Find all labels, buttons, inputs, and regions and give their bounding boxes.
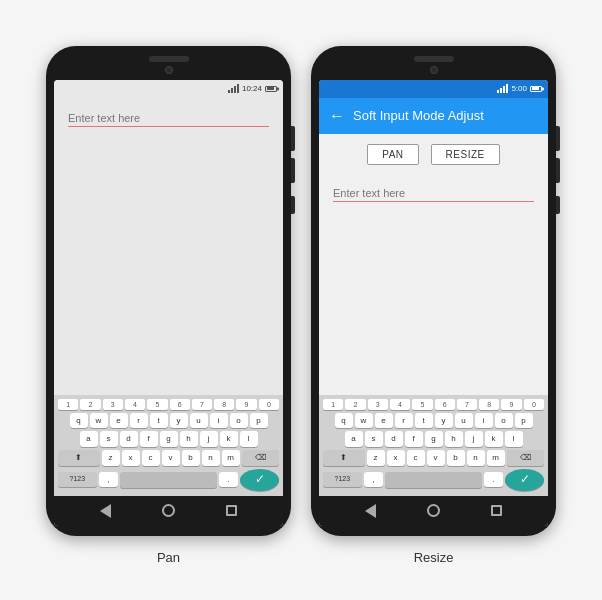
key-1[interactable]: 1 [58,399,78,410]
key-6[interactable]: 6 [170,399,190,410]
key-3[interactable]: 3 [103,399,123,410]
r-shift-key[interactable]: ⬆ [323,450,365,466]
shift-key[interactable]: ⬆ [58,450,100,466]
r-key-t[interactable]: t [415,413,433,429]
r-key-a[interactable]: a [345,431,363,447]
dot-key[interactable]: . [219,472,238,488]
r-key-2[interactable]: 2 [345,399,365,410]
key-l[interactable]: l [240,431,258,447]
r-key-5[interactable]: 5 [412,399,432,410]
key-f[interactable]: f [140,431,158,447]
r-key-3[interactable]: 3 [368,399,388,410]
back-nav-icon[interactable] [100,504,111,518]
r-key-0[interactable]: 0 [524,399,544,410]
key-m[interactable]: m [222,450,240,466]
r-enter-key[interactable]: ✓ [505,469,544,491]
key-y[interactable]: y [170,413,188,429]
r-key-9[interactable]: 9 [501,399,521,410]
r-key-r[interactable]: r [395,413,413,429]
r-key-p[interactable]: p [515,413,533,429]
r-key-m[interactable]: m [487,450,505,466]
key-x[interactable]: x [122,450,140,466]
key-9[interactable]: 9 [236,399,256,410]
r-key-x[interactable]: x [387,450,405,466]
recent-nav-icon[interactable] [226,505,237,516]
key-h[interactable]: h [180,431,198,447]
resize-power-button[interactable] [556,196,560,214]
pan-mode-button[interactable]: PAN [367,144,418,165]
key-w[interactable]: w [90,413,108,429]
vol-down-button[interactable] [291,158,295,183]
resize-home-nav-icon[interactable] [427,504,440,517]
r-key-n[interactable]: n [467,450,485,466]
r-key-g[interactable]: g [425,431,443,447]
num-key[interactable]: ?123 [58,472,97,486]
r-key-6[interactable]: 6 [435,399,455,410]
r-key-o[interactable]: o [495,413,513,429]
r-key-k[interactable]: k [485,431,503,447]
r-key-8[interactable]: 8 [479,399,499,410]
resize-text-input[interactable] [333,185,534,202]
r-key-q[interactable]: q [335,413,353,429]
r-key-7[interactable]: 7 [457,399,477,410]
key-p[interactable]: p [250,413,268,429]
key-r[interactable]: r [130,413,148,429]
r-key-u[interactable]: u [455,413,473,429]
power-button[interactable] [291,196,295,214]
r-key-b[interactable]: b [447,450,465,466]
key-5[interactable]: 5 [147,399,167,410]
space-key[interactable] [120,472,217,488]
key-v[interactable]: v [162,450,180,466]
key-d[interactable]: d [120,431,138,447]
vol-up-button[interactable] [291,126,295,151]
back-arrow-icon[interactable]: ← [329,108,345,124]
r-key-i[interactable]: i [475,413,493,429]
r-key-s[interactable]: s [365,431,383,447]
r-key-y[interactable]: y [435,413,453,429]
key-2[interactable]: 2 [80,399,100,410]
key-n[interactable]: n [202,450,220,466]
r-key-c[interactable]: c [407,450,425,466]
r-key-f[interactable]: f [405,431,423,447]
r-key-j[interactable]: j [465,431,483,447]
key-u[interactable]: u [190,413,208,429]
home-nav-icon[interactable] [162,504,175,517]
r-comma-key[interactable]: , [364,472,383,488]
key-a[interactable]: a [80,431,98,447]
comma-key[interactable]: , [99,472,118,488]
key-8[interactable]: 8 [214,399,234,410]
resize-back-nav-icon[interactable] [365,504,376,518]
r-key-z[interactable]: z [367,450,385,466]
r-space-key[interactable] [385,472,482,488]
key-4[interactable]: 4 [125,399,145,410]
key-7[interactable]: 7 [192,399,212,410]
key-s[interactable]: s [100,431,118,447]
r-key-v[interactable]: v [427,450,445,466]
r-key-1[interactable]: 1 [323,399,343,410]
key-i[interactable]: i [210,413,228,429]
key-j[interactable]: j [200,431,218,447]
r-key-l[interactable]: l [505,431,523,447]
key-t[interactable]: t [150,413,168,429]
key-o[interactable]: o [230,413,248,429]
resize-vol-up-button[interactable] [556,126,560,151]
r-dot-key[interactable]: . [484,472,503,488]
key-c[interactable]: c [142,450,160,466]
r-key-d[interactable]: d [385,431,403,447]
key-z[interactable]: z [102,450,120,466]
resize-recent-nav-icon[interactable] [491,505,502,516]
key-q[interactable]: q [70,413,88,429]
resize-mode-button[interactable]: RESIZE [431,144,500,165]
pan-text-input[interactable] [68,110,269,127]
r-key-w[interactable]: w [355,413,373,429]
backspace-key[interactable]: ⌫ [242,450,279,466]
r-key-e[interactable]: e [375,413,393,429]
r-backspace-key[interactable]: ⌫ [507,450,544,466]
key-0[interactable]: 0 [259,399,279,410]
r-key-h[interactable]: h [445,431,463,447]
resize-vol-down-button[interactable] [556,158,560,183]
key-b[interactable]: b [182,450,200,466]
key-e[interactable]: e [110,413,128,429]
enter-key[interactable]: ✓ [240,469,279,491]
r-key-4[interactable]: 4 [390,399,410,410]
